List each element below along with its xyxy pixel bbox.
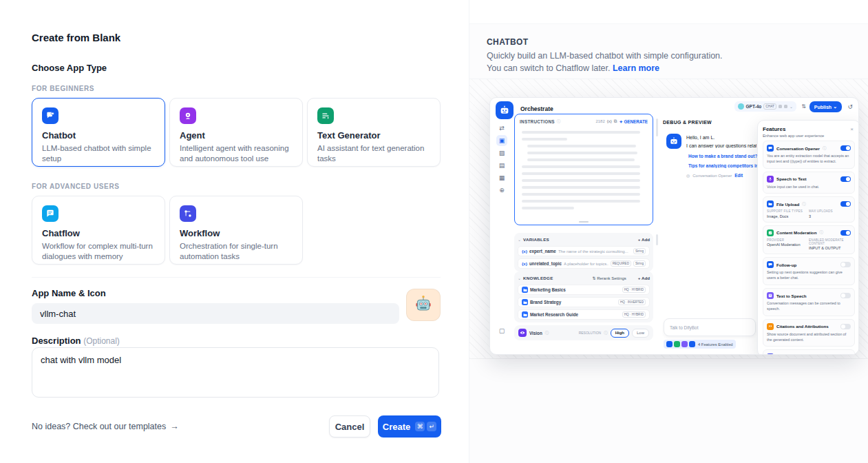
app-type-card-agent[interactable]: Agent Intelligent agent with reasoning a… xyxy=(169,98,303,167)
chevron-down-icon: ⌄ xyxy=(518,237,521,242)
edit-link: Edit xyxy=(734,173,743,178)
description-textarea[interactable]: chat with vllm model xyxy=(32,347,439,398)
sidebar-document-icon: ▤ xyxy=(496,160,507,171)
add-knowledge-button: + Add xyxy=(638,276,650,280)
skeleton-line xyxy=(522,193,640,196)
feature-chip-icon xyxy=(689,341,695,347)
sidebar-shuffle-icon: ⇄ xyxy=(496,123,507,134)
card-desc: AI assistant for text generation tasks xyxy=(317,143,430,164)
history-icon: ↺ xyxy=(847,103,853,110)
generate-button: ✦ GENERATE xyxy=(619,119,648,124)
model-settings-icon: ⇅ xyxy=(801,103,806,110)
preview-hatch-background: Orchestrate GPT-4o CHAT ⌄ ⇅ Publish ⌄ ↺ … xyxy=(469,79,868,359)
cmd-key-icon: ⌘ xyxy=(415,422,425,431)
vision-eye-icon xyxy=(518,329,527,337)
suggested-question: Tips for analyzing competitors in marke xyxy=(688,163,757,168)
chevron-down-icon: ⌄ xyxy=(790,104,793,109)
citations-icon xyxy=(767,323,774,330)
choose-app-type-label: Choose App Type xyxy=(32,63,107,73)
conversation-opener-line: ◎ Conversation Opener Edit xyxy=(686,173,743,178)
app-preview-screenshot: Orchestrate GPT-4o CHAT ⌄ ⇅ Publish ⌄ ↺ … xyxy=(489,97,859,355)
feature-chip-icon xyxy=(674,341,680,347)
app-type-card-text-generator[interactable]: Text Generator AI assistant for text gen… xyxy=(307,98,441,167)
skeleton-line xyxy=(522,207,574,209)
advanced-group-label: FOR ADVANCED USERS xyxy=(32,183,119,190)
opener-icon: ◎ xyxy=(686,173,690,178)
chevron-down-icon: ⌄ xyxy=(833,104,837,110)
card-desc: Intelligent agent with reasoning and aut… xyxy=(180,143,293,164)
app-type-card-chatbot[interactable]: Chatbot LLM-based chatbot with simple se… xyxy=(32,98,165,167)
index-badge: HQ · HYBRID xyxy=(622,287,646,293)
sidebar-square-icon: ▢ xyxy=(496,325,507,336)
toggle-on xyxy=(840,201,851,207)
folder-icon xyxy=(522,299,528,305)
description-label: Description (Optional) xyxy=(32,336,120,346)
enter-key-icon: ↵ xyxy=(427,422,436,431)
preview-description: Quickly build an LLM-based chatbot with … xyxy=(487,50,724,74)
card-title: Workflow xyxy=(180,228,293,238)
feature-item-content-moderation: Content Moderation ⓘ PROVIDEROpenAI Mode… xyxy=(763,225,855,255)
skeleton-line xyxy=(522,172,640,175)
workflow-icon xyxy=(180,205,196,222)
feature-item-text-to-speech: Text to Speech Conversation messages can… xyxy=(763,288,855,316)
info-icon: ⓘ xyxy=(557,119,561,124)
resolution-low-option: Low xyxy=(632,329,649,338)
rerank-settings-button: ⇅ Rerank Settings xyxy=(592,276,626,280)
feature-item-follow-up: Follow-up Setting up next questions sugg… xyxy=(763,257,855,285)
model-param-icon xyxy=(784,105,787,108)
preview-app-icon xyxy=(496,101,514,119)
drag-handle xyxy=(579,221,589,223)
card-desc: LLM-based chatbot with simple setup xyxy=(42,143,155,164)
app-type-card-workflow[interactable]: Workflow Orchestration for single-turn a… xyxy=(169,196,303,265)
bot-greeting: Hello, I am L. xyxy=(686,135,756,140)
model-param-icon xyxy=(779,105,782,108)
variables-icon: {x} xyxy=(607,119,612,123)
card-title: Text Generator xyxy=(317,130,430,141)
features-subtitle: Enhance web app user experience xyxy=(763,134,855,138)
beginner-cards: Chatbot LLM-based chatbot with simple se… xyxy=(32,98,441,167)
skeleton-line xyxy=(527,158,635,161)
learn-more-link[interactable]: Learn more xyxy=(613,63,659,73)
card-desc: Orchestration for single-turn automation… xyxy=(180,241,293,262)
templates-link[interactable]: No ideas? Check out our templates → xyxy=(32,422,179,431)
skeleton-line xyxy=(522,200,640,203)
cancel-button[interactable]: Cancel xyxy=(329,415,370,438)
instructions-panel: INSTRUCTIONS ⓘ 2182 {x} ⧉ ✦ GENERATE xyxy=(514,114,653,225)
moderation-shield-icon xyxy=(767,229,774,236)
card-title: Agent xyxy=(180,130,293,141)
feature-item-annotation-reply: Annotation Reply xyxy=(763,349,855,355)
type-badge: String xyxy=(633,248,646,254)
suggested-question: How to make a brand stand out?Bes xyxy=(688,154,757,158)
sidebar-image-icon: ▨ xyxy=(496,147,507,158)
model-provider-icon xyxy=(738,103,744,110)
knowledge-section: ⌄ KNOWLEDGE ⇅ Rerank Settings + Add Mark… xyxy=(514,271,653,322)
app-icon-button[interactable] xyxy=(406,289,441,321)
toggle-off xyxy=(840,324,851,329)
microphone-icon xyxy=(767,176,774,183)
feature-chip-icon xyxy=(666,341,673,347)
knowledge-row: Market Research Guide HQ · HYBRID xyxy=(518,309,650,320)
app-name-input[interactable] xyxy=(32,303,399,324)
feature-item-citations: Citations and Attributions Show source d… xyxy=(763,319,855,347)
create-button[interactable]: Create ⌘ ↵ xyxy=(378,415,441,438)
preview-heading: CHATBOT xyxy=(487,37,529,47)
scrollbar xyxy=(656,234,658,245)
skeleton-line xyxy=(527,145,636,147)
model-mode-badge: CHAT xyxy=(763,103,776,110)
feature-chip-icon xyxy=(681,341,688,347)
preview-top-strip xyxy=(469,0,868,24)
skeleton-line xyxy=(522,186,640,189)
required-badge: REQUIRED xyxy=(611,260,631,267)
skeleton-line xyxy=(522,138,567,141)
copy-icon: ⧉ xyxy=(614,119,617,124)
info-icon: ⓘ xyxy=(604,331,608,336)
sidebar-orchestrate-icon: ▣ xyxy=(496,135,507,146)
page-title: Create from Blank xyxy=(32,32,120,43)
knowledge-row: Marketing Basics HQ · HYBRID xyxy=(518,285,650,295)
app-type-card-chatflow[interactable]: Chatflow Workflow for complex multi-turn… xyxy=(32,196,165,265)
feature-item-speech-to-text: Speech to Text Voice input can be used i… xyxy=(763,172,855,194)
features-enabled-pill: 4 Features Enabled xyxy=(664,340,736,349)
card-title: Chatflow xyxy=(42,228,155,238)
advanced-cards: Chatflow Workflow for complex multi-turn… xyxy=(32,196,441,265)
info-icon: ⓘ xyxy=(545,331,549,336)
